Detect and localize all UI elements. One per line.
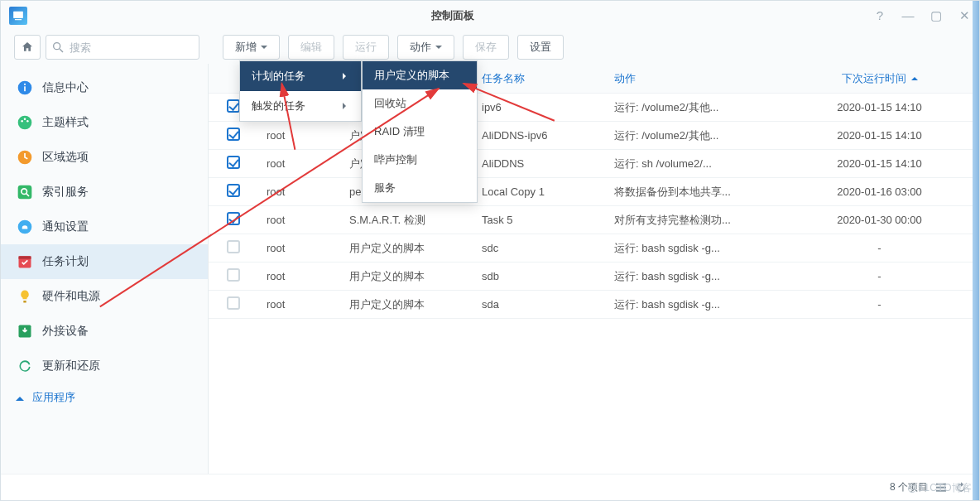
info-icon bbox=[16, 79, 34, 97]
edit-button[interactable]: 编辑 bbox=[288, 35, 334, 60]
svg-rect-5 bbox=[24, 86, 26, 91]
cell-action: 运行: sh /volume2/... bbox=[606, 157, 780, 171]
svg-rect-1 bbox=[15, 19, 22, 20]
svg-rect-12 bbox=[18, 185, 32, 200]
sidebar-item-8[interactable]: 更新和还原 bbox=[1, 349, 208, 383]
sync-icon bbox=[16, 357, 34, 375]
task-icon bbox=[16, 253, 34, 271]
table-row[interactable]: rootper BackupLocal Copy 1将数据备份到本地共享...2… bbox=[209, 178, 979, 206]
checkbox[interactable] bbox=[227, 156, 240, 169]
svg-rect-18 bbox=[23, 301, 26, 303]
new-submenu[interactable]: 用户定义的脚本回收站RAID 清理哔声控制服务 bbox=[362, 60, 478, 203]
checkbox[interactable] bbox=[227, 240, 240, 253]
cell-user: root bbox=[258, 157, 341, 170]
table-body: root户定义的脚本ipv6运行: /volume2/其他...2020-01-… bbox=[209, 94, 979, 319]
sidebar-item-6[interactable]: 硬件和电源 bbox=[1, 279, 208, 314]
cell-taskname: AliDDNS-ipv6 bbox=[473, 129, 606, 142]
drive-icon bbox=[16, 322, 34, 340]
sidebar-item-label: 信息中心 bbox=[42, 80, 89, 95]
cell-action: 运行: bash sgdisk -g... bbox=[606, 297, 780, 312]
run-button[interactable]: 运行 bbox=[343, 35, 389, 60]
table-row[interactable]: root户定义的脚本AliDDNS运行: sh /volume2/...2020… bbox=[209, 150, 979, 178]
bell-icon bbox=[16, 218, 34, 236]
checkbox[interactable] bbox=[227, 184, 240, 197]
submenu-item[interactable]: 哔声控制 bbox=[363, 146, 477, 174]
save-button[interactable]: 保存 bbox=[463, 35, 509, 60]
svg-point-7 bbox=[18, 116, 32, 130]
sidebar-item-label: 通知设置 bbox=[42, 219, 89, 234]
sidebar-item-7[interactable]: 外接设备 bbox=[1, 314, 208, 349]
sidebar-apps-toggle[interactable]: 应用程序 bbox=[1, 383, 208, 412]
maximize-icon[interactable]: ▢ bbox=[930, 8, 943, 23]
checkbox[interactable] bbox=[227, 128, 240, 141]
cell-user: root bbox=[258, 214, 341, 226]
th-action[interactable]: 动作 bbox=[606, 71, 780, 86]
bulb-icon bbox=[16, 287, 34, 306]
chevron-right-icon bbox=[343, 73, 349, 79]
right-edge-bar bbox=[973, 1, 979, 500]
cell-action: 运行: bash sgdisk -g... bbox=[606, 241, 780, 256]
table-row[interactable]: rootS.M.A.R.T. 检测Task 5对所有支持完整检测功...2020… bbox=[209, 206, 979, 234]
table-row[interactable]: root用户定义的脚本sdc运行: bash sgdisk -g...- bbox=[209, 234, 979, 263]
sidebar-item-5[interactable]: 任务计划 bbox=[1, 244, 208, 279]
checkbox[interactable] bbox=[227, 268, 240, 282]
cell-taskname: Local Copy 1 bbox=[473, 185, 606, 198]
main: 应用程序 任务名称 动作 下次运行时间 root户定义的脚本ipv6运行: /v… bbox=[208, 64, 979, 474]
svg-point-6 bbox=[24, 84, 26, 85]
sidebar-item-4[interactable]: 通知设置 bbox=[1, 210, 208, 244]
dropdown-item[interactable]: 计划的任务 bbox=[240, 61, 361, 91]
sidebar-item-label: 硬件和电源 bbox=[42, 289, 100, 304]
submenu-item[interactable]: 服务 bbox=[363, 174, 477, 202]
window-controls: ? — ▢ ✕ bbox=[873, 8, 971, 23]
search-wrap bbox=[46, 35, 199, 60]
checkbox[interactable] bbox=[227, 296, 240, 310]
search-icon bbox=[51, 41, 65, 54]
settings-button[interactable]: 设置 bbox=[517, 35, 564, 60]
cell-nextrun: 2020-01-15 14:10 bbox=[780, 129, 979, 142]
sidebar-item-label: 任务计划 bbox=[42, 254, 89, 269]
new-button[interactable]: 新增 bbox=[223, 35, 280, 60]
table-row[interactable]: root用户定义的脚本sda运行: bash sgdisk -g...- bbox=[209, 291, 979, 319]
cell-user: root bbox=[258, 129, 341, 142]
sidebar-item-label: 区域选项 bbox=[42, 150, 89, 165]
clock-icon bbox=[16, 148, 34, 166]
sidebar-item-3[interactable]: 索引服务 bbox=[1, 175, 208, 210]
sidebar-item-2[interactable]: 区域选项 bbox=[1, 140, 208, 175]
submenu-item[interactable]: 用户定义的脚本 bbox=[363, 61, 477, 89]
cell-taskname: sda bbox=[473, 298, 606, 311]
footer: 8 个项目 bbox=[1, 474, 979, 500]
sidebar-item-label: 主题样式 bbox=[42, 115, 89, 130]
dropdown-item[interactable]: 触发的任务 bbox=[240, 91, 361, 121]
chevron-right-icon bbox=[343, 103, 349, 109]
caret-down-icon bbox=[435, 46, 442, 52]
sidebar-item-label: 外接设备 bbox=[42, 324, 89, 339]
close-icon[interactable]: ✕ bbox=[958, 8, 971, 23]
submenu-item[interactable]: 回收站 bbox=[363, 89, 477, 118]
action-button[interactable]: 动作 bbox=[397, 35, 454, 60]
search-input[interactable] bbox=[46, 35, 199, 60]
svg-line-3 bbox=[60, 49, 63, 52]
help-icon[interactable]: ? bbox=[873, 8, 886, 23]
app-logo-icon bbox=[9, 7, 27, 25]
table-row[interactable]: root用户定义的脚本sdb运行: bash sgdisk -g...- bbox=[209, 263, 979, 291]
checkbox[interactable] bbox=[227, 99, 240, 113]
cell-taskname: AliDDNS bbox=[473, 157, 606, 170]
cell-program: 用户定义的脚本 bbox=[341, 241, 473, 256]
minimize-icon[interactable]: — bbox=[901, 8, 915, 23]
cell-nextrun: 2020-01-15 14:10 bbox=[780, 157, 979, 170]
new-dropdown[interactable]: 计划的任务触发的任务 bbox=[239, 60, 362, 122]
svg-point-9 bbox=[24, 118, 26, 121]
watermark: @51CTO博客 bbox=[907, 481, 973, 495]
home-button[interactable] bbox=[14, 35, 41, 60]
cell-action: 对所有支持完整检测功... bbox=[606, 213, 780, 228]
cell-nextrun: - bbox=[780, 298, 979, 311]
submenu-item[interactable]: RAID 清理 bbox=[363, 118, 477, 146]
sidebar-item-0[interactable]: 信息中心 bbox=[1, 70, 208, 105]
sidebar-item-1[interactable]: 主题样式 bbox=[1, 105, 208, 140]
cell-nextrun: 2020-01-15 14:10 bbox=[780, 101, 979, 113]
table-row[interactable]: root户定义的脚本AliDDNS-ipv6运行: /volume2/其他...… bbox=[209, 122, 979, 150]
checkbox[interactable] bbox=[227, 212, 240, 225]
th-nextrun[interactable]: 下次运行时间 bbox=[780, 71, 979, 86]
cell-taskname: ipv6 bbox=[473, 101, 606, 113]
th-taskname[interactable]: 任务名称 bbox=[473, 71, 606, 86]
